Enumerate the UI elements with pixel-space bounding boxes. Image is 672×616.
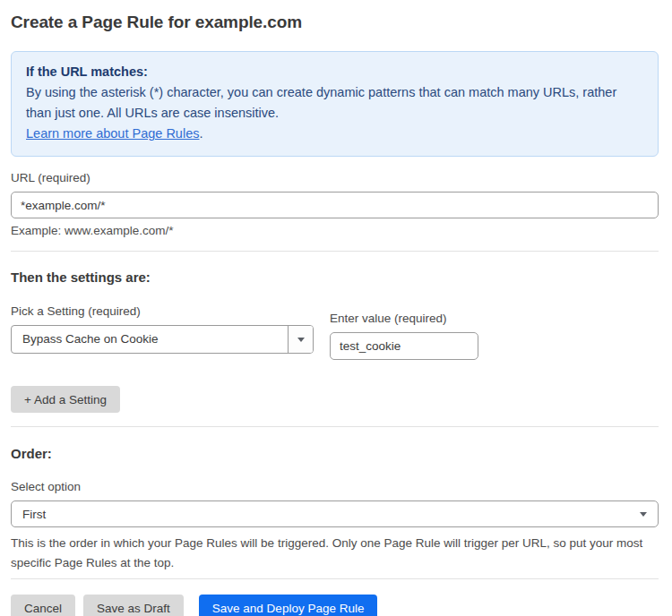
url-example-hint: Example: www.example.com/* [11, 224, 659, 237]
select-option-label: Select option [11, 480, 659, 493]
divider-before-actions [11, 578, 659, 579]
cancel-button[interactable]: Cancel [11, 595, 75, 616]
enter-value-label: Enter value (required) [330, 312, 478, 325]
form-actions: Cancel Save as Draft Save and Deploy Pag… [11, 595, 659, 616]
value-column: Enter value (required) [330, 297, 478, 360]
save-as-draft-button[interactable]: Save as Draft [83, 595, 184, 616]
setting-select-arrow-button[interactable] [288, 326, 313, 353]
add-setting-button[interactable]: + Add a Setting [11, 386, 120, 413]
info-box-heading: If the URL matches: [26, 62, 643, 82]
setting-column: Pick a Setting (required) Bypass Cache o… [11, 290, 314, 360]
info-box-body: By using the asterisk (*) character, you… [26, 82, 643, 124]
divider-after-settings [11, 426, 659, 427]
save-and-deploy-button[interactable]: Save and Deploy Page Rule [199, 595, 378, 616]
url-label: URL (required) [11, 171, 659, 184]
page-rule-form: Create a Page Rule for example.com If th… [0, 13, 672, 616]
setting-select[interactable]: Bypass Cache on Cookie [11, 325, 314, 354]
chevron-down-icon [640, 512, 647, 517]
order-section-heading: Order: [11, 446, 659, 461]
page-title: Create a Page Rule for example.com [11, 13, 659, 32]
url-match-info-box: If the URL matches: By using the asteris… [11, 51, 659, 157]
info-box-link-line: Learn more about Page Rules. [26, 124, 643, 144]
settings-section-heading: Then the settings are: [11, 270, 659, 285]
settings-row: Pick a Setting (required) Bypass Cache o… [11, 290, 659, 360]
chevron-down-icon [297, 338, 305, 342]
url-input[interactable] [11, 192, 659, 218]
setting-value-input[interactable] [330, 332, 478, 360]
order-select[interactable]: First [11, 500, 659, 527]
setting-select-value: Bypass Cache on Cookie [12, 326, 288, 353]
order-hint: This is the order in which your Page Rul… [11, 534, 659, 573]
link-period: . [199, 126, 202, 141]
learn-more-link[interactable]: Learn more about Page Rules [26, 126, 199, 141]
order-select-value: First [22, 508, 46, 521]
divider-after-url [11, 251, 659, 252]
pick-setting-label: Pick a Setting (required) [11, 304, 314, 318]
